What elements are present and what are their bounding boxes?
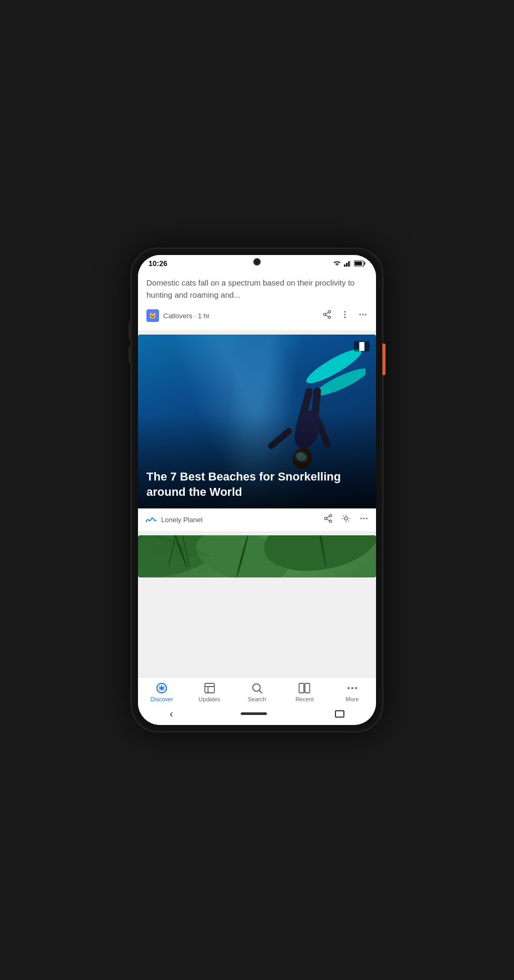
svg-point-41 — [363, 518, 365, 520]
cat-article-text: Domestic cats fall on a spectrum based o… — [146, 277, 368, 301]
status-icons — [333, 260, 365, 267]
bottom-nav: Discover Updates Search — [138, 677, 376, 704]
svg-point-65 — [351, 687, 353, 689]
svg-line-36 — [343, 515, 344, 516]
svg-point-15 — [359, 313, 361, 315]
svg-line-61 — [259, 691, 262, 694]
cat-card-footer: 🐱 Catlovers · 1 hr — [146, 306, 368, 325]
recent-icon — [298, 682, 311, 694]
lonely-planet-logo-icon — [145, 516, 157, 524]
svg-line-10 — [325, 315, 328, 317]
svg-rect-6 — [355, 262, 362, 266]
svg-point-40 — [360, 518, 362, 520]
battery-icon — [354, 260, 365, 267]
catlovers-icon: 🐱 — [146, 309, 159, 322]
interest-icon[interactable] — [341, 514, 351, 526]
home-pill[interactable] — [241, 712, 267, 715]
svg-point-60 — [253, 684, 260, 691]
svg-rect-3 — [350, 260, 351, 267]
svg-point-33 — [344, 517, 348, 520]
svg-rect-1 — [346, 263, 348, 267]
updates-icon — [203, 682, 216, 694]
power-button — [382, 344, 386, 375]
svg-point-66 — [355, 687, 357, 689]
more-icon-2[interactable] — [359, 514, 369, 526]
updates-label: Updates — [199, 696, 220, 702]
search-label: Search — [248, 696, 266, 702]
leaf-image — [138, 535, 376, 577]
gallery-icon: ▐▌ — [357, 342, 367, 350]
nav-discover[interactable]: Discover — [146, 682, 177, 702]
back-button[interactable]: ‹ — [170, 708, 173, 720]
volume-down-button — [128, 346, 132, 363]
svg-line-11 — [325, 312, 328, 313]
svg-point-12 — [344, 311, 346, 312]
cat-article-card: Domestic cats fall on a spectrum based o… — [138, 270, 376, 330]
signal-icon — [344, 260, 351, 267]
wifi-icon — [333, 260, 341, 267]
discover-label: Discover — [151, 696, 173, 702]
leaf-article-card[interactable] — [138, 535, 376, 577]
svg-rect-5 — [364, 262, 365, 265]
svg-point-13 — [344, 313, 346, 315]
lonely-planet-name: Lonely Planet — [161, 516, 203, 524]
search-icon — [251, 682, 263, 694]
discover-icon — [155, 682, 168, 694]
underwater-scene: ▐▌ The 7 Best Beaches for Snorkelling ar… — [138, 335, 376, 508]
svg-line-37 — [348, 521, 349, 522]
recent-label: Recent — [295, 696, 314, 702]
lonely-planet-source: Lonely Planet — [145, 516, 203, 524]
svg-point-64 — [348, 687, 350, 689]
svg-rect-63 — [305, 683, 310, 693]
more-options-icon[interactable] — [358, 310, 368, 322]
snorkeling-card-footer: Lonely Planet — [138, 508, 376, 531]
camera — [253, 258, 261, 266]
share-icon-2[interactable] — [323, 514, 333, 526]
dot-menu-icon[interactable] — [340, 310, 350, 322]
phone-screen: 10:26 — [138, 255, 376, 725]
svg-point-42 — [366, 518, 368, 520]
android-nav: ‹ — [138, 704, 376, 725]
nav-recent[interactable]: Recent — [289, 682, 320, 702]
svg-rect-57 — [205, 683, 214, 693]
svg-rect-0 — [344, 264, 345, 267]
svg-line-32 — [327, 516, 329, 518]
more-label: More — [345, 696, 359, 702]
snorkeling-card-actions[interactable] — [323, 514, 369, 526]
article-title: The 7 Best Beaches for Snorkelling aroun… — [146, 469, 368, 500]
cat-source-info: 🐱 Catlovers · 1 hr — [146, 309, 210, 322]
svg-point-17 — [365, 313, 367, 315]
svg-line-31 — [327, 519, 329, 521]
cat-source-name: Catlovers · 1 hr — [163, 312, 210, 320]
svg-rect-62 — [299, 683, 304, 693]
svg-point-16 — [362, 313, 364, 315]
image-badge: ▐▌ — [354, 341, 370, 351]
svg-rect-2 — [348, 261, 350, 267]
phone-device: 10:26 — [131, 248, 383, 732]
snorkeling-image-container: ▐▌ The 7 Best Beaches for Snorkelling ar… — [138, 335, 376, 508]
svg-point-14 — [344, 316, 346, 318]
nav-updates[interactable]: Updates — [194, 682, 225, 702]
cat-card-actions[interactable] — [322, 310, 368, 322]
recents-button[interactable] — [335, 710, 344, 718]
snorkeling-card[interactable]: ▐▌ The 7 Best Beaches for Snorkelling ar… — [138, 335, 376, 531]
content-area: Domestic cats fall on a spectrum based o… — [138, 270, 376, 677]
status-time: 10:26 — [149, 259, 167, 268]
nav-search[interactable]: Search — [241, 682, 273, 702]
volume-up-button — [128, 322, 132, 339]
share-icon[interactable] — [322, 310, 332, 322]
nav-more[interactable]: More — [337, 682, 368, 702]
more-icon — [346, 682, 359, 694]
